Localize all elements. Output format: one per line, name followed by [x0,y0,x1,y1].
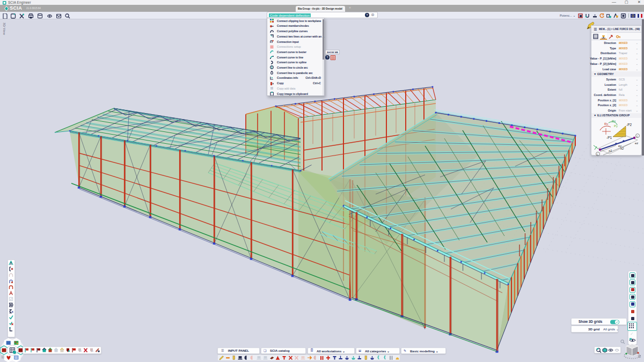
svg-text:-P1: -P1 [606,136,612,139]
svg-text:-P2: -P2 [626,123,632,127]
svg-text:Rx: Rx [604,122,608,125]
svg-text:i: i [597,152,597,156]
svg-text:x2: x2 [620,147,624,150]
svg-text:ez: ez [635,142,638,145]
svg-text:j: j [636,134,638,137]
svg-text:x1: x1 [608,149,612,152]
